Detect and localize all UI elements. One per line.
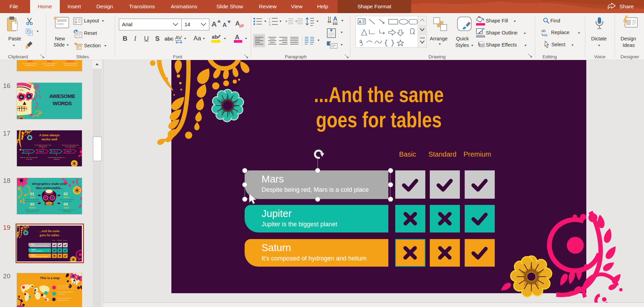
svg-text:...And the same: ...And the same: [314, 82, 444, 107]
svg-text:A: A: [359, 20, 361, 24]
svg-text:ac: ac: [544, 33, 548, 37]
svg-text:Day 2: Day 2: [39, 150, 44, 152]
svg-text:goes for tables: goes for tables: [40, 233, 59, 237]
svg-text:goes for tables: goes for tables: [316, 108, 442, 132]
svg-text:Day 4: Day 4: [67, 150, 72, 152]
svg-text:Day 1: Day 1: [25, 150, 30, 152]
svg-text:ab: ab: [541, 29, 546, 33]
svg-text:A: A: [333, 16, 337, 22]
svg-text:...And the same: ...And the same: [39, 229, 60, 233]
svg-text:1: 1: [269, 17, 271, 20]
svg-text:3: 3: [269, 23, 271, 26]
svg-text:Day 3: Day 3: [53, 150, 58, 152]
